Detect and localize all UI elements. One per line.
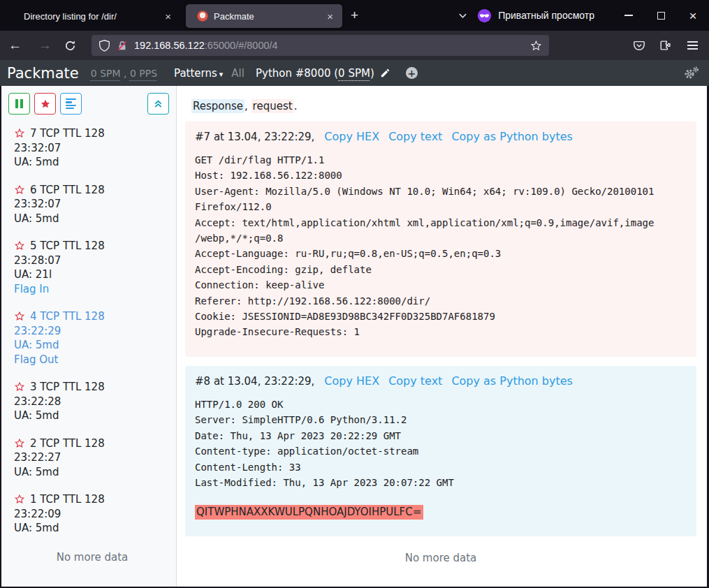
stream-ua: UA: 5md	[14, 338, 170, 353]
packmate-navbar: Packmate 0 SPM , 0 PPS Patterns▾ All Pyt…	[0, 60, 709, 86]
app-content: 7 TCP TTL 128 23:32:07 UA: 5md 6 TCP TTL…	[0, 86, 709, 588]
private-label: Приватный просмотр	[498, 10, 594, 21]
copy-hex-link[interactable]: Copy HEX	[324, 374, 379, 388]
browser-toolbar: ← → 192.168.56.122:65000/#/8000/4	[0, 31, 709, 60]
reload-button[interactable]	[64, 40, 76, 52]
service-python-8000[interactable]: Python #8000 (0 SPM)	[256, 67, 374, 80]
list-view-button[interactable]	[60, 93, 82, 115]
close-window-button[interactable]: ×	[677, 0, 709, 31]
service-name: Python #8000 (	[256, 67, 338, 80]
patterns-dropdown[interactable]: Patterns▾	[174, 67, 223, 80]
extensions-puzzle-icon[interactable]	[655, 35, 677, 56]
stream-time: 23:32:07	[14, 141, 170, 156]
new-tab-button[interactable]: +	[342, 8, 367, 23]
stream-title: 7 TCP TTL 128	[30, 126, 105, 141]
maximize-button[interactable]	[645, 0, 677, 31]
stream-time: 23:22:28	[14, 395, 170, 409]
add-service-button[interactable]: +	[406, 67, 418, 79]
tab-title: Directory listing for /dir/	[24, 11, 157, 22]
star-outline-icon[interactable]	[14, 128, 25, 139]
flag-match-highlight: QITWPHNAXXKWULPQNHOAJDYOIHPULFC=	[195, 505, 423, 520]
stream-ua: UA: 5md	[14, 212, 170, 226]
stream-item-3[interactable]: 3 TCP TTL 128 23:22:28 UA: 5md	[14, 380, 170, 423]
url-bar[interactable]: 192.168.56.122:65000/#/8000/4	[92, 35, 549, 56]
pocket-icon[interactable]	[628, 35, 650, 56]
stream-title: 1 TCP TTL 128	[30, 492, 105, 507]
tab-title: Packmate	[214, 11, 319, 22]
stream-ua: UA: 21l	[14, 267, 170, 282]
star-outline-icon[interactable]	[14, 381, 25, 392]
insecure-lock-icon[interactable]	[117, 40, 128, 52]
star-outline-icon[interactable]	[14, 311, 25, 322]
copy-text-link[interactable]: Copy text	[388, 374, 442, 388]
pause-button[interactable]	[8, 93, 30, 115]
filter-request-toggle[interactable]: request	[251, 99, 294, 113]
service-suffix: )	[370, 67, 374, 80]
stream-list: 7 TCP TTL 128 23:32:07 UA: 5md 6 TCP TTL…	[8, 115, 176, 587]
brand-packmate[interactable]: Packmate	[7, 65, 79, 82]
tracking-shield-icon[interactable]	[98, 39, 110, 52]
sidebar-toolbar	[8, 93, 176, 115]
tab-list-chevron-icon[interactable]	[448, 11, 477, 20]
maximize-icon	[657, 12, 665, 20]
forward-button[interactable]: →	[30, 38, 60, 53]
url-text[interactable]: 192.168.56.122:65000/#/8000/4	[134, 40, 525, 51]
bookmark-star-icon[interactable]	[530, 40, 542, 52]
star-icon	[40, 98, 51, 110]
packet-header: #8 at 13.04, 23:22:29, Copy HEX Copy tex…	[195, 374, 687, 388]
collapse-button[interactable]	[147, 93, 169, 115]
packets-panel: Response, request. #7 at 13.04, 23:22:29…	[177, 86, 707, 587]
packet-card-7-request: #7 at 13.04, 23:22:29, Copy HEX Copy tex…	[185, 122, 696, 357]
pps-counter[interactable]: 0 PPS	[130, 68, 157, 79]
stream-time: 23:22:27	[14, 450, 170, 465]
settings-gears-icon[interactable]	[683, 66, 699, 80]
menu-hamburger-icon[interactable]	[681, 35, 703, 56]
tab-directory-listing[interactable]: Directory listing for /dir/ ×	[13, 4, 180, 28]
minimize-button[interactable]	[613, 0, 645, 31]
back-button[interactable]: ←	[0, 38, 30, 53]
favorites-filter-button[interactable]	[34, 93, 56, 115]
stream-item-6[interactable]: 6 TCP TTL 128 23:32:07 UA: 5md	[14, 183, 170, 226]
star-outline-icon[interactable]	[14, 438, 25, 449]
stream-sidebar: 7 TCP TTL 128 23:32:07 UA: 5md 6 TCP TTL…	[1, 86, 177, 587]
copy-hex-link[interactable]: Copy HEX	[324, 130, 379, 143]
minimize-icon	[624, 15, 633, 16]
private-browsing-badge: Приватный просмотр	[477, 8, 594, 23]
copy-python-bytes-link[interactable]: Copy as Python bytes	[451, 374, 573, 388]
close-icon[interactable]: ×	[163, 10, 173, 22]
flag-out-link[interactable]: Flag Out	[14, 353, 170, 367]
edit-service-pencil-icon[interactable]	[380, 68, 390, 78]
stream-item-2[interactable]: 2 TCP TTL 128 23:22:27 UA: 5md	[14, 436, 170, 480]
close-icon: ×	[689, 9, 696, 22]
copy-python-bytes-link[interactable]: Copy as Python bytes	[451, 130, 573, 143]
stream-item-5[interactable]: 5 TCP TTL 128 23:28:07 UA: 21l Flag In	[14, 239, 170, 296]
star-outline-icon[interactable]	[14, 184, 25, 196]
pause-icon	[15, 99, 23, 108]
filter-response-toggle[interactable]: Response	[191, 99, 244, 113]
align-left-icon	[66, 98, 76, 110]
main-no-more-data: No more data	[185, 552, 696, 564]
stream-ua: UA: 5md	[14, 409, 170, 423]
star-outline-icon[interactable]	[14, 494, 25, 505]
close-icon[interactable]: ×	[325, 10, 335, 22]
traffic-stats: 0 SPM , 0 PPS	[91, 68, 157, 79]
stream-ua: UA: 5md	[14, 155, 170, 170]
tab-packmate[interactable]: Packmate ×	[186, 4, 342, 28]
filter-all-link[interactable]: All	[231, 67, 244, 80]
stream-item-7[interactable]: 7 TCP TTL 128 23:32:07 UA: 5md	[14, 126, 170, 170]
packet-id: #8 at 13.04, 23:22:29,	[195, 375, 314, 388]
stream-time: 23:22:09	[14, 507, 170, 522]
stream-item-4-selected[interactable]: 4 TCP TTL 128 23:22:29 UA: 5md Flag Out	[14, 309, 170, 367]
url-path: :65000/#/8000/4	[205, 40, 278, 51]
stream-time: 23:22:29	[14, 324, 170, 339]
toolbar-buttons	[628, 35, 703, 56]
stream-title: 4 TCP TTL 128	[30, 309, 105, 324]
filter-separator: ,	[244, 100, 251, 112]
tab-strip: Directory listing for /dir/ × Packmate ×…	[0, 0, 709, 31]
star-outline-icon[interactable]	[14, 240, 25, 251]
stream-item-1[interactable]: 1 TCP TTL 128 23:22:09 UA: 5md	[14, 492, 170, 536]
sidebar-no-more-data: No more data	[14, 549, 170, 573]
copy-text-link[interactable]: Copy text	[388, 130, 442, 143]
flag-in-link[interactable]: Flag In	[14, 282, 170, 297]
spm-counter[interactable]: 0 SPM	[91, 68, 121, 79]
